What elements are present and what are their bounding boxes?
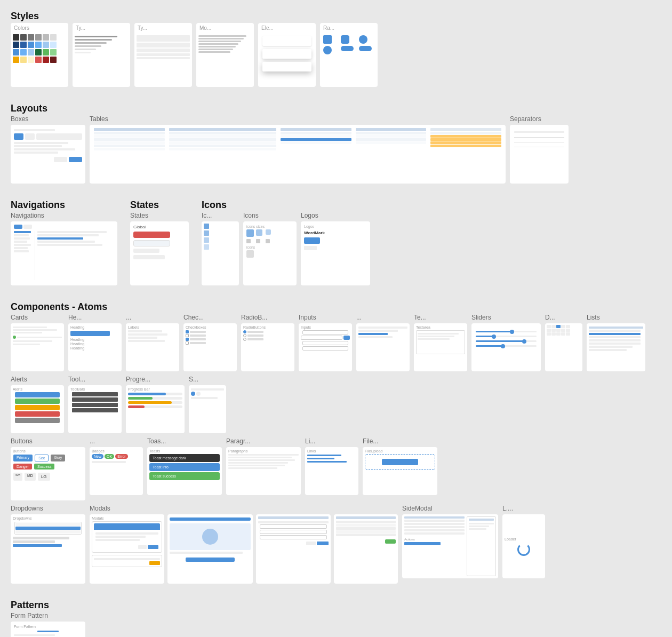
color-swatch bbox=[20, 42, 27, 48]
progress-track4 bbox=[128, 405, 182, 408]
slider-track4 bbox=[476, 345, 537, 347]
datepickers-atom-card[interactable] bbox=[545, 323, 582, 371]
check-label bbox=[190, 335, 206, 337]
progress-fill2 bbox=[128, 397, 153, 400]
fileupload-atom-card[interactable]: FileUpload bbox=[363, 447, 437, 495]
lists-label: Lists bbox=[587, 314, 645, 321]
alerts-sub: Alerts bbox=[13, 387, 62, 391]
styles-card-colors[interactable]: Colors bbox=[11, 23, 68, 87]
icons-icons-card[interactable]: icons sizes icons bbox=[243, 221, 297, 285]
radio-unselected bbox=[243, 334, 246, 337]
modal-card3[interactable] bbox=[256, 514, 331, 584]
color-swatch bbox=[50, 57, 57, 63]
links-atom-card[interactable]: Links bbox=[305, 447, 358, 495]
styles-section: Styles Colors bbox=[11, 11, 661, 87]
toasters-subgroup: Toas... Toasts Toast message dark Toast … bbox=[147, 437, 222, 500]
badges-atom-card[interactable]: Badges New OK Error bbox=[90, 447, 143, 495]
navigations-card[interactable] bbox=[11, 221, 117, 285]
alert-bar-gray bbox=[15, 418, 60, 423]
paragraphs-atom-card[interactable]: Paragraphs bbox=[226, 447, 301, 495]
slider-fill4 bbox=[476, 345, 503, 347]
boxes-card[interactable] bbox=[11, 125, 85, 184]
buttons-atom-card[interactable]: Buttons Primary Sec Gray Danger Success … bbox=[11, 447, 85, 500]
styles-card-motions[interactable]: Mo... bbox=[196, 23, 254, 87]
cards-atom-card[interactable] bbox=[11, 323, 64, 371]
tables-card[interactable] bbox=[90, 125, 506, 184]
radio-selected bbox=[243, 330, 246, 333]
tables-label: Tables bbox=[90, 115, 506, 123]
inputs-atom-card[interactable]: Inputs bbox=[299, 323, 352, 371]
ele-label: Ele... bbox=[258, 23, 316, 32]
toasters-atom-card[interactable]: Toasts Toast message dark Toast info Toa… bbox=[147, 447, 222, 495]
l-atom-card[interactable]: Loader bbox=[502, 514, 545, 578]
alerts-atom-card[interactable]: Alerts bbox=[11, 385, 64, 433]
slider-track3 bbox=[476, 340, 537, 342]
modal-card1[interactable]: Modals bbox=[90, 514, 164, 584]
dropdowns-atom-card[interactable]: Dropdowns bbox=[11, 514, 85, 584]
btn-gray: Gray bbox=[51, 455, 65, 461]
btn-md: MD bbox=[25, 473, 36, 481]
styles-card-typography-heights[interactable]: Ty... bbox=[134, 23, 192, 87]
datepickers-subgroup: D... bbox=[545, 314, 582, 371]
color-swatch bbox=[20, 34, 27, 41]
separators-subsection: Separators bbox=[510, 115, 569, 184]
styles-card-radius[interactable]: Ra... bbox=[320, 23, 378, 87]
progress-atom-card[interactable]: Progress Bar bbox=[126, 385, 185, 433]
modal-input3 bbox=[260, 535, 327, 539]
tooltips-sub: ToolBars bbox=[70, 387, 119, 391]
headers-atom-card[interactable]: Heading Heading Heading Heading bbox=[68, 323, 122, 371]
ty2-label: Ty... bbox=[134, 23, 192, 32]
tooltips-atom-card[interactable]: ToolBars bbox=[68, 385, 122, 433]
s-atom-card[interactable] bbox=[189, 385, 226, 433]
logos-sub: Logos bbox=[304, 225, 367, 228]
sidemodal-label: SideModal bbox=[402, 505, 498, 512]
icons-sub-ic: icons sizes bbox=[246, 225, 293, 228]
radio-sub: RadioButtons bbox=[243, 325, 292, 329]
color-swatch bbox=[35, 34, 42, 41]
check-label bbox=[190, 338, 206, 340]
buttons-subgroup: Buttons Buttons Primary Sec Gray Danger … bbox=[11, 437, 85, 500]
buttons-sub: Buttons bbox=[13, 449, 83, 453]
icons-logos-card[interactable]: Logos WordMark bbox=[301, 221, 370, 285]
ellipsis-label: ... bbox=[126, 314, 179, 321]
radio-atom-card[interactable]: RadioButtons bbox=[241, 323, 294, 371]
labels-atom-card[interactable]: Labels bbox=[126, 323, 179, 371]
progress-fill3 bbox=[128, 401, 172, 404]
modal-card4[interactable] bbox=[334, 514, 398, 584]
atom-ellipsis-card[interactable] bbox=[356, 323, 410, 371]
styles-card-elevation[interactable]: Ele... bbox=[258, 23, 316, 87]
radio-unselected2 bbox=[243, 338, 246, 341]
radio-item bbox=[243, 334, 292, 337]
form-pattern-card[interactable]: Form Pattern bbox=[11, 622, 85, 637]
modal-card2[interactable] bbox=[167, 514, 253, 584]
dropdown-item bbox=[15, 530, 81, 534]
checkboxes-atom-card[interactable]: Checkboxes bbox=[183, 323, 237, 371]
color-swatch bbox=[13, 49, 19, 55]
styles-card-typography-sizes[interactable]: Ty... bbox=[73, 23, 130, 87]
progress-track2 bbox=[128, 397, 182, 400]
states-group: States States Global bbox=[130, 200, 189, 285]
check-label bbox=[190, 342, 206, 344]
toolbar-bar3 bbox=[72, 403, 118, 407]
separators-label: Separators bbox=[510, 115, 569, 123]
color-swatch bbox=[43, 42, 49, 48]
icons-ic-card[interactable] bbox=[202, 221, 239, 285]
icons-sub-ic2: icons bbox=[246, 245, 293, 249]
headers-subgroup: He... Heading Heading Heading Heading bbox=[68, 314, 122, 371]
sliders-atom-card[interactable] bbox=[471, 323, 541, 371]
sidemodal-atom-card[interactable]: Actions bbox=[402, 514, 498, 578]
progre-label: Progre... bbox=[126, 376, 185, 383]
dropdowns-sub: Dropdowns bbox=[13, 516, 83, 520]
btn-lg: LG bbox=[38, 473, 50, 481]
lists-atom-card[interactable] bbox=[587, 323, 645, 371]
atom-ellipsis-label: ... bbox=[356, 314, 410, 321]
textarea-atom-card[interactable]: Textarea bbox=[414, 323, 467, 371]
color-swatch bbox=[35, 42, 42, 48]
alert-bar-blue bbox=[15, 392, 60, 397]
btn-sm: SM bbox=[13, 473, 22, 481]
separators-card[interactable] bbox=[510, 125, 569, 184]
upload-button bbox=[382, 459, 418, 465]
states-card[interactable]: Global bbox=[130, 221, 189, 285]
fileupload-sub: FileUpload bbox=[365, 449, 435, 453]
textarea-sub: Textarea bbox=[416, 325, 465, 329]
